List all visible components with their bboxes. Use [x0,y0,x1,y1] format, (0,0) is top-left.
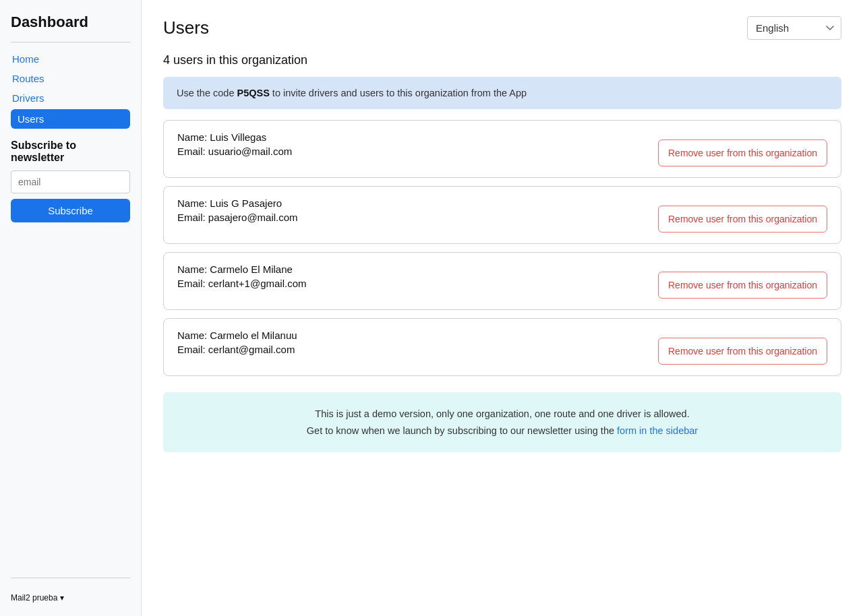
demo-line2-link[interactable]: form in the sidebar [617,425,698,436]
sidebar-divider [11,42,130,42]
user-card-3: Name: Carmelo el Milanuu Email: cerlant@… [163,318,841,376]
sidebar-item-drivers[interactable]: Drivers [11,90,130,106]
org-label: Mail2 prueba [11,593,57,603]
invite-prefix: Use the code [177,88,237,98]
invite-banner: Use the code P5QSS to invite drivers and… [163,77,841,109]
demo-line2: Get to know when we launch by subscribin… [179,423,825,439]
subscribe-heading: Subscribe to newsletter [11,140,130,164]
sidebar-footer: Mail2 prueba ▾ [11,578,130,603]
sidebar-item-routes[interactable]: Routes [11,70,130,87]
invite-code: P5QSS [237,88,269,98]
sidebar-nav: Home Routes Drivers Users [11,51,130,129]
remove-user-button-2[interactable]: Remove user from this organization [658,272,827,299]
subscribe-button[interactable]: Subscribe [11,199,130,222]
remove-user-button-3[interactable]: Remove user from this organization [658,338,827,365]
demo-line2-prefix: Get to know when we launch by subscribin… [307,425,617,436]
email-input[interactable] [11,171,130,193]
remove-user-button-0[interactable]: Remove user from this organization [658,140,827,166]
user-card-1: Name: Luis G Pasajero Email: pasajero@ma… [163,186,841,244]
page-title: Users [163,18,209,38]
demo-banner: This is just a demo version, only one or… [163,392,841,452]
org-selector[interactable]: Mail2 prueba ▾ [11,592,130,603]
language-select[interactable]: English Español [747,16,841,40]
remove-user-button-1[interactable]: Remove user from this organization [658,206,827,233]
user-card-2: Name: Carmelo El Milane Email: cerlant+1… [163,252,841,310]
sidebar-item-home[interactable]: Home [11,51,130,67]
main-content: Users English Español 4 users in this or… [142,0,863,616]
sidebar: Dashboard Home Routes Drivers Users Subs… [0,0,142,616]
users-count: 4 users in this organization [163,53,841,67]
demo-line1: This is just a demo version, only one or… [179,406,825,423]
main-header: Users English Español [163,16,841,40]
invite-suffix: to invite drivers and users to this orga… [270,88,527,98]
user-card-0: Name: Luis Villegas Email: usuario@mail.… [163,120,841,178]
sidebar-title: Dashboard [11,13,130,31]
sidebar-item-users[interactable]: Users [11,109,130,129]
org-arrow-icon: ▾ [60,593,64,603]
